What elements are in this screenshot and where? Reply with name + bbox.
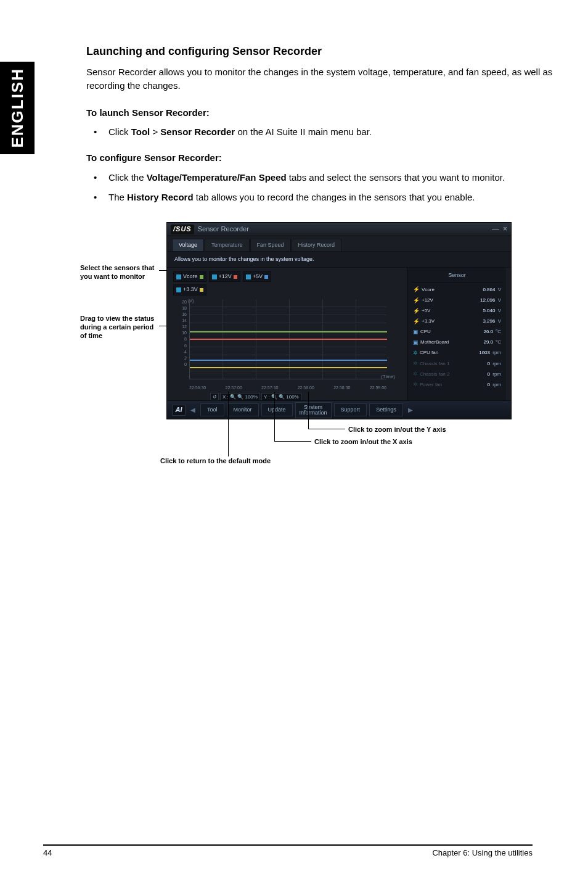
- close-icon[interactable]: ×: [503, 224, 507, 234]
- zoom-y-label: Y : 🔍 🔍 100%: [261, 393, 301, 402]
- sensor-row: ✲Chassis fan 10 rpm: [412, 358, 502, 369]
- callout-line: [308, 392, 309, 429]
- sensor-panel-title: Sensor: [412, 270, 502, 283]
- plot-area[interactable]: [189, 299, 386, 379]
- tab-fan-speed[interactable]: Fan Speed: [250, 239, 291, 251]
- sensor-name: CPU: [420, 328, 431, 336]
- sensor-row: ⚡+12V12.096 V: [412, 295, 502, 306]
- plot-line-5v: [190, 360, 387, 361]
- sensor-row: ▣CPU26.0 ºC: [412, 327, 502, 337]
- sensor-name: MotherBoard: [420, 339, 449, 346]
- ai-suite-logo-icon: AI: [172, 405, 186, 416]
- page-footer: 44 Chapter 6: Using the utilities: [43, 844, 533, 857]
- tab-history-record[interactable]: History Record: [292, 239, 342, 251]
- fan-icon: ✲: [413, 370, 418, 378]
- zoom-x-label: X : 🔍 🔍 100%: [220, 393, 260, 402]
- callout-reset: Click to return to the default mode: [160, 456, 345, 466]
- sensor-name: Power fan: [420, 381, 442, 389]
- sensor-panel: Sensor ⚡Vcore0.864 V⚡+12V12.096 V⚡+5V5.0…: [407, 268, 506, 403]
- update-button[interactable]: Update: [261, 403, 293, 416]
- sensor-value: 0: [488, 361, 490, 366]
- sensor-unit: V: [496, 318, 501, 324]
- sensor-unit: ºC: [494, 339, 501, 345]
- sensor-unit: V: [496, 287, 501, 292]
- window-title: Sensor Recorder: [198, 225, 249, 234]
- zoom-toolbar: ↺ X : 🔍 🔍 100% Y : 🔍 🔍 100%: [210, 393, 401, 402]
- sensor-row: ✲Chassis fan 20 rpm: [412, 369, 502, 379]
- tool-button[interactable]: Tool: [200, 403, 224, 416]
- language-tab: ENGLISH: [0, 62, 35, 154]
- tab-temperature[interactable]: Temperature: [205, 239, 250, 251]
- y-axis: 20181614121086420: [173, 299, 188, 379]
- checkbox-vcore[interactable]: Vcore: [173, 271, 206, 282]
- page-heading: Launching and configuring Sensor Recorde…: [86, 43, 555, 59]
- sensor-name: CPU fan: [420, 349, 438, 357]
- sensor-row: ⚡Vcore0.864 V: [412, 284, 502, 295]
- plot-line-vcore: [190, 331, 387, 332]
- configure-step-1: Click the Voltage/Temperature/Fan Speed …: [86, 171, 555, 184]
- callout-select-sensors: Select the sensors that you want to moni…: [80, 264, 160, 281]
- callout-line: [274, 441, 311, 442]
- tab-description: Allows you to monitor the changes in the…: [167, 251, 511, 268]
- sensor-unit: rpm: [491, 371, 501, 377]
- sensor-value: 0: [488, 371, 490, 377]
- titlebar: /SUS Sensor Recorder — ×: [167, 223, 511, 236]
- sensor-value: 5.040: [483, 308, 495, 313]
- sensor-recorder-window: /SUS Sensor Recorder — × Voltage Tempera…: [166, 222, 512, 419]
- fan-icon: ✲: [413, 381, 418, 389]
- swatch-3-3v: [200, 288, 203, 292]
- launch-title: To launch Sensor Recorder:: [86, 106, 555, 120]
- nav-prev-icon[interactable]: ◀: [188, 406, 198, 415]
- callout-line: [308, 429, 345, 429]
- minimize-icon[interactable]: —: [492, 224, 499, 234]
- sensor-value: 0.864: [483, 287, 495, 292]
- sensor-value: 26.0: [484, 329, 494, 334]
- fan-icon: ✲: [413, 349, 418, 357]
- language-label: ENGLISH: [8, 68, 27, 148]
- monitor-button[interactable]: Monitor: [227, 403, 259, 416]
- sensor-value: 29.0: [484, 339, 494, 345]
- launch-step: Click Tool > Sensor Recorder on the AI S…: [86, 125, 555, 139]
- system-information-button[interactable]: System Information: [295, 402, 332, 418]
- sensor-row: ⚡+5V5.040 V: [412, 306, 502, 316]
- sensor-row: ⚡+3.3V3.296 V: [412, 316, 502, 327]
- voltage-chart[interactable]: (V) 20181614121086420 (Time): [173, 299, 395, 392]
- plot-line-3-3v: [190, 367, 387, 368]
- callout-drag: Drag to view the status during a certain…: [80, 315, 160, 340]
- settings-button[interactable]: Settings: [369, 403, 403, 416]
- sensor-name: +5V: [422, 307, 430, 315]
- x-unit-label: (Time): [381, 373, 395, 381]
- sensor-unit: V: [496, 308, 501, 313]
- sensor-name: +3.3V: [422, 318, 435, 325]
- plot-line-12v: [190, 339, 387, 340]
- nav-next-icon[interactable]: ▶: [406, 406, 415, 415]
- sensor-value: 3.296: [483, 318, 495, 324]
- sensor-unit: V: [496, 297, 501, 303]
- x-axis: 22:56:3022:57:0022:57:3022:58:0022:58:30…: [189, 385, 386, 391]
- swatch-vcore: [200, 275, 203, 279]
- swatch-5v: [264, 275, 268, 279]
- sensor-unit: rpm: [491, 350, 501, 355]
- checkbox-3-3v[interactable]: +3.3V: [173, 284, 206, 295]
- tab-voltage[interactable]: Voltage: [172, 239, 204, 251]
- sensor-value: 0: [488, 382, 490, 387]
- swatch-12v: [234, 275, 237, 279]
- bolt-icon: ⚡: [413, 318, 420, 326]
- support-button[interactable]: Support: [334, 403, 367, 416]
- checkbox-5v[interactable]: +5V: [243, 271, 271, 282]
- tab-bar: Voltage Temperature Fan Speed History Re…: [167, 239, 511, 251]
- chip-icon: ▣: [413, 339, 419, 347]
- sensor-name: Chassis fan 1: [420, 360, 449, 368]
- bolt-icon: ⚡: [413, 286, 420, 294]
- checkbox-12v[interactable]: +12V: [209, 271, 240, 282]
- sensor-value: 12.096: [480, 297, 495, 303]
- sensor-value: 1603: [479, 350, 490, 355]
- callout-zoom-x: Click to zoom in/out the X axis: [314, 437, 475, 447]
- page-number: 44: [43, 848, 52, 857]
- bolt-icon: ⚡: [413, 307, 420, 315]
- sensor-row: ▣MotherBoard29.0 ºC: [412, 337, 502, 348]
- chapter-label: Chapter 6: Using the utilities: [432, 848, 533, 857]
- reset-zoom-button[interactable]: ↺: [210, 393, 219, 400]
- sensor-unit: rpm: [491, 361, 501, 366]
- asus-logo: /SUS: [171, 225, 194, 234]
